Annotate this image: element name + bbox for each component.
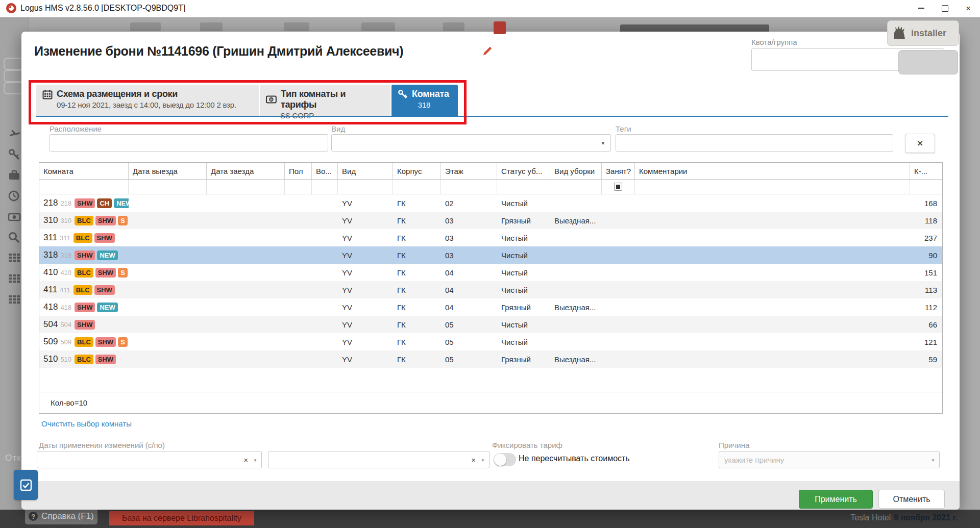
column-filter-cell[interactable]	[550, 180, 602, 194]
column-filter-cell[interactable]	[635, 180, 910, 194]
tab-placement-scheme[interactable]: Схема размещения и сроки 09-12 ноя 2021,…	[36, 85, 259, 116]
column-header-room[interactable]: Комната	[39, 163, 129, 179]
column-filter-cell[interactable]	[338, 180, 393, 194]
column-filter-cell[interactable]	[129, 180, 207, 194]
sidebar-key-icon[interactable]	[7, 147, 22, 162]
column-header-building[interactable]: Корпус	[393, 163, 441, 179]
column-filter-cell[interactable]	[602, 180, 635, 194]
date-to-combo[interactable]: × ▼	[268, 451, 489, 468]
sidebar-briefcase-icon[interactable]	[7, 168, 22, 183]
tags-filter-input[interactable]	[616, 134, 893, 152]
cell-view: YV	[338, 246, 393, 264]
room-badge-shw: SHW	[75, 250, 95, 260]
cell-cleaning	[550, 194, 602, 212]
tab-room-type[interactable]: 0 Тип комнаты и тарифы SS CORP	[260, 85, 390, 116]
maximize-button[interactable]	[933, 0, 957, 16]
column-filter-cell[interactable]	[39, 180, 129, 194]
room-row-509[interactable]: 509509BLCSHWSYVГК05Чистый121	[39, 333, 942, 350]
room-number-secondary: 410	[60, 269, 71, 276]
column-header-checkin[interactable]: Дата заезда	[207, 163, 285, 179]
cell-busy	[602, 212, 635, 229]
cell-building: ГК	[393, 316, 441, 333]
column-filter-cell[interactable]	[312, 180, 338, 194]
date-from-combo[interactable]: × ▼	[37, 451, 262, 468]
cell-count: 121	[910, 333, 942, 350]
column-filter-cell[interactable]	[207, 180, 285, 194]
minimize-button[interactable]	[910, 0, 933, 16]
cell-comments	[635, 350, 910, 368]
busy-filter-checkbox[interactable]	[614, 183, 622, 191]
column-filter-cell[interactable]	[497, 180, 550, 194]
cell-status: Грязный	[497, 212, 550, 229]
room-row-218[interactable]: 218218SHWCHNEWYVГК02Чистый168	[39, 194, 942, 212]
column-filter-cell[interactable]	[441, 180, 497, 194]
column-header-pol[interactable]: Пол	[285, 163, 312, 179]
chevron-down-icon[interactable]: ▼	[253, 458, 257, 463]
edit-pencil-icon[interactable]	[482, 46, 493, 58]
location-filter-input[interactable]	[50, 134, 328, 152]
user-menu-button[interactable]: installer	[887, 20, 959, 46]
reason-select[interactable]: укажите причину ▼	[719, 451, 940, 468]
cell-building: ГК	[393, 194, 441, 212]
view-filter-label: Вид	[331, 124, 345, 133]
column-header-busy[interactable]: Занят?	[602, 163, 635, 179]
sidebar-clock-icon[interactable]	[7, 189, 22, 204]
room-number-secondary: 310	[60, 217, 71, 224]
clear-icon[interactable]: ×	[471, 456, 476, 464]
room-row-318[interactable]: 318318SHWNEWYVГК03Чистый90	[39, 246, 942, 264]
column-header-checkout[interactable]: Дата выезда	[129, 163, 207, 179]
room-row-411[interactable]: 411411BLCSHWYVГК04Чистый113	[39, 281, 942, 298]
room-row-510[interactable]: 510510BLCSHWYVГК05ГрязныйВыездная...59	[39, 350, 942, 368]
room-row-410[interactable]: 410410BLCSHWSYVГК04Чистый151	[39, 264, 942, 281]
cell-checkout	[129, 316, 207, 333]
column-filter-cell[interactable]	[393, 180, 441, 194]
room-row-311[interactable]: 311311BLCSHWYVГК03Чистый237	[39, 229, 942, 246]
sidebar-airplane-icon[interactable]	[7, 127, 22, 142]
column-header-floor[interactable]: Этаж	[441, 163, 497, 179]
reason-placeholder: укажите причину	[724, 456, 784, 464]
column-filter-cell[interactable]	[285, 180, 312, 194]
toolbar-red-icon[interactable]	[494, 21, 506, 34]
question-icon: ?	[29, 512, 38, 521]
cell-view: YV	[338, 316, 393, 333]
room-row-310[interactable]: 310310BLCSHWSYVГК03ГрязныйВыездная...118	[39, 212, 942, 229]
cell-checkin	[207, 333, 285, 350]
clear-filters-button[interactable]: ×	[905, 134, 935, 153]
cell-floor: 05	[441, 333, 497, 350]
sidebar-grid-icon[interactable]	[7, 250, 22, 266]
tab-label: Комната	[412, 89, 449, 99]
clear-icon[interactable]: ×	[243, 456, 248, 464]
sidebar-search-icon[interactable]	[7, 230, 22, 245]
confirm-floating-button[interactable]	[14, 470, 38, 500]
sidebar-grid-icon[interactable]	[7, 292, 22, 308]
room-number-secondary: 311	[60, 234, 70, 242]
apply-button[interactable]: Применить	[799, 490, 873, 509]
fix-rate-toggle[interactable]	[494, 453, 516, 466]
room-row-418[interactable]: 418418SHWNEWYVГК04ГрязныйВыездная...112	[39, 298, 942, 316]
column-header-view[interactable]: Вид	[338, 163, 393, 179]
chevron-down-icon[interactable]: ▼	[481, 458, 485, 463]
help-button[interactable]: ? Справка (F1)	[25, 508, 97, 524]
column-header-cleaning[interactable]: Вид уборки	[550, 163, 602, 179]
sidebar-banknote-icon[interactable]	[7, 210, 22, 225]
tab-room[interactable]: Комната 318	[391, 85, 458, 116]
table-filter-row	[39, 180, 942, 194]
clear-room-selection-link[interactable]: Очистить выбор комнаты	[41, 419, 132, 428]
room-row-504[interactable]: 504504SHWYVГК05Чистый66	[39, 316, 942, 333]
edit-booking-modal: Изменение брони №1141696 (Гришин Дмитрий…	[21, 32, 960, 510]
cell-checkin	[207, 246, 285, 264]
column-header-comments[interactable]: Комментарии	[635, 163, 910, 179]
close-button[interactable]: ×	[957, 0, 980, 16]
column-header-vo[interactable]: Во...	[312, 163, 338, 179]
column-header-count[interactable]: К-...	[910, 163, 942, 179]
sidebar-grid-icon[interactable]	[7, 271, 22, 287]
cell-count: 66	[910, 316, 942, 333]
view-filter-select[interactable]: ▼	[331, 134, 611, 152]
column-header-status[interactable]: Статус уб...	[497, 163, 550, 179]
cell-status: Чистый	[497, 333, 550, 350]
cell-vo	[312, 298, 338, 316]
cell-busy	[602, 333, 635, 350]
cancel-button[interactable]: Отменить	[878, 490, 945, 509]
column-filter-cell[interactable]	[910, 180, 942, 194]
room-number: 418	[43, 302, 58, 312]
